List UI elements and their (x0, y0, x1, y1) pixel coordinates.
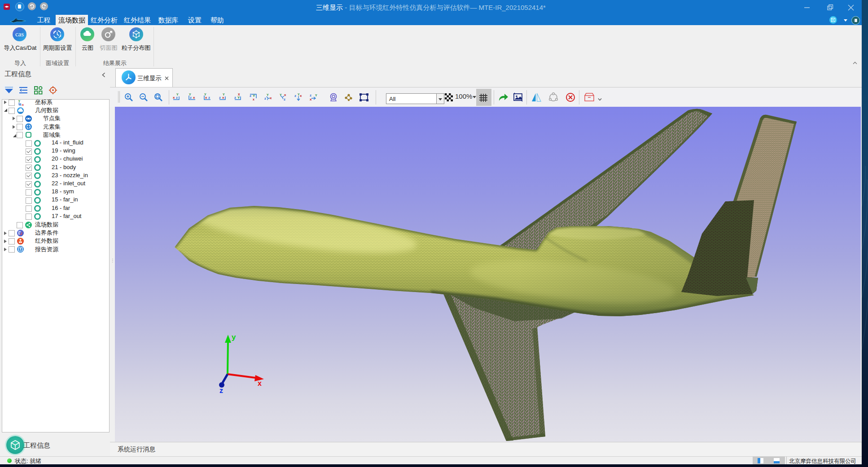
svg-text:z: z (176, 96, 178, 100)
svg-text:Y: Y (189, 93, 191, 96)
svg-text:Y: Y (267, 93, 269, 96)
svg-text:z: z (264, 96, 266, 100)
svg-text:z: z (294, 94, 296, 98)
svg-text:x: x (22, 103, 24, 106)
svg-text:z: z (219, 96, 221, 100)
svg-text:x: x (270, 96, 272, 100)
svg-text:Y: Y (204, 93, 206, 96)
svg-text:y: y (232, 333, 236, 341)
svg-text:z: z (310, 93, 311, 97)
svg-text:x: x (222, 96, 224, 100)
svg-text:X: X (238, 93, 240, 96)
svg-text:x: x (284, 93, 286, 97)
svg-text:x: x (253, 98, 254, 101)
svg-text:Y: Y (315, 94, 317, 97)
svg-text:Y: Y (176, 93, 179, 96)
svg-text:x: x (258, 380, 262, 387)
svg-text:z: z (208, 96, 210, 100)
svg-text:x: x (173, 96, 175, 100)
svg-text:z: z (190, 96, 192, 100)
svg-text:x: x (300, 94, 302, 98)
svg-text:z: z (284, 97, 285, 101)
svg-text:z: z (20, 102, 22, 105)
svg-text:x: x (205, 96, 207, 100)
svg-text:x: x (193, 96, 195, 100)
svg-text:z: z (234, 96, 236, 100)
svg-text:Y: Y (237, 96, 240, 100)
svg-text:Y: Y (223, 93, 225, 96)
svg-text:z: z (219, 387, 223, 394)
